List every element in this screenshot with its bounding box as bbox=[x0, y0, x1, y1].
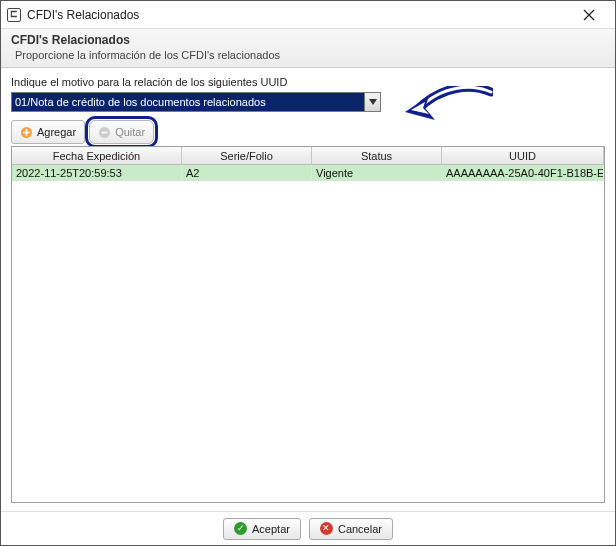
col-status[interactable]: Status bbox=[312, 147, 442, 164]
cell-uuid: AAAAAAAA-25A0-40F1-B18B-EB... bbox=[442, 165, 604, 180]
col-serie[interactable]: Serie/Folio bbox=[182, 147, 312, 164]
remove-icon bbox=[98, 126, 111, 139]
dialog-body: Indique el motivo para la relación de lo… bbox=[1, 68, 615, 511]
aceptar-button[interactable]: ✓ Aceptar bbox=[223, 518, 301, 540]
motivo-row: 01/Nota de crédito de los documentos rel… bbox=[11, 92, 605, 112]
close-icon bbox=[583, 9, 595, 21]
col-fecha[interactable]: Fecha Expedición bbox=[12, 147, 182, 164]
quitar-button[interactable]: Quitar bbox=[89, 120, 154, 144]
grid-body[interactable]: 2022-11-25T20:59:53 A2 Vigente AAAAAAAA-… bbox=[12, 165, 604, 502]
check-icon: ✓ bbox=[234, 522, 247, 535]
cancelar-button[interactable]: ✕ Cancelar bbox=[309, 518, 393, 540]
titlebar: ⊏ CFDI's Relacionados bbox=[1, 1, 615, 29]
dialog-footer: ✓ Aceptar ✕ Cancelar bbox=[1, 511, 615, 545]
table-row[interactable]: 2022-11-25T20:59:53 A2 Vigente AAAAAAAA-… bbox=[12, 165, 604, 181]
motivo-dropdown-button[interactable] bbox=[364, 93, 380, 111]
cell-fecha: 2022-11-25T20:59:53 bbox=[12, 165, 182, 180]
grid-toolbar: Agregar Quitar bbox=[11, 120, 605, 144]
header-title: CFDI's Relacionados bbox=[11, 33, 605, 47]
cell-status: Vigente bbox=[312, 165, 442, 180]
close-button[interactable] bbox=[569, 3, 609, 27]
cancel-icon: ✕ bbox=[320, 522, 333, 535]
aceptar-label: Aceptar bbox=[252, 523, 290, 535]
motivo-selected-value: 01/Nota de crédito de los documentos rel… bbox=[12, 93, 364, 111]
cancelar-label: Cancelar bbox=[338, 523, 382, 535]
add-icon bbox=[20, 126, 33, 139]
motivo-label: Indique el motivo para la relación de lo… bbox=[11, 76, 605, 88]
cfdi-grid: Fecha Expedición Serie/Folio Status UUID… bbox=[11, 146, 605, 503]
motivo-combobox[interactable]: 01/Nota de crédito de los documentos rel… bbox=[11, 92, 381, 112]
window-title: CFDI's Relacionados bbox=[27, 8, 569, 22]
quitar-label: Quitar bbox=[115, 126, 145, 138]
dialog-window: ⊏ CFDI's Relacionados CFDI's Relacionado… bbox=[0, 0, 616, 546]
chevron-down-icon bbox=[369, 99, 377, 105]
header-strip: CFDI's Relacionados Proporcione la infor… bbox=[1, 29, 615, 68]
header-subtitle: Proporcione la información de los CFDI's… bbox=[11, 49, 605, 61]
col-uuid[interactable]: UUID bbox=[442, 147, 604, 164]
app-icon: ⊏ bbox=[7, 8, 21, 22]
grid-header: Fecha Expedición Serie/Folio Status UUID bbox=[12, 147, 604, 165]
agregar-label: Agregar bbox=[37, 126, 76, 138]
cell-serie: A2 bbox=[182, 165, 312, 180]
agregar-button[interactable]: Agregar bbox=[11, 120, 85, 144]
